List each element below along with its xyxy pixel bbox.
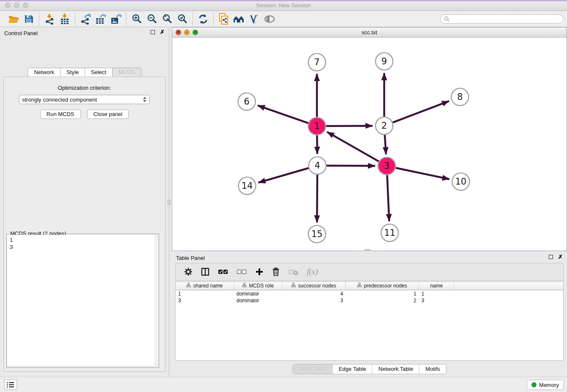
tab-node-table[interactable]: Node Table — [293, 364, 333, 374]
control-tab-mcds[interactable]: MCDS — [112, 68, 141, 77]
add-column-icon[interactable] — [255, 268, 264, 276]
tab-network-table[interactable]: Network Table — [372, 364, 419, 374]
edge-3-11[interactable] — [387, 175, 389, 221]
import-table-icon[interactable] — [57, 13, 72, 25]
edge-2-8[interactable] — [393, 101, 449, 123]
show-hide-icon[interactable] — [262, 13, 277, 25]
hierarchy-icon — [242, 283, 247, 289]
birds-eye-view-icon[interactable] — [231, 13, 247, 25]
table-cell[interactable]: 4 — [282, 290, 346, 297]
export-network-icon[interactable] — [78, 13, 93, 25]
graph-node-label: 15 — [311, 229, 323, 239]
select-chevrons-icon — [143, 97, 147, 102]
column-header-predecessor-nodes[interactable]: predecessor nodes — [346, 282, 419, 290]
edge-4-15[interactable] — [317, 174, 317, 222]
table-float-icon[interactable] — [549, 255, 553, 259]
graph-node-label: 6 — [244, 97, 249, 107]
column-label: predecessor nodes — [364, 283, 407, 289]
zoom-selected-icon[interactable] — [175, 13, 190, 25]
table-cell[interactable]: 3 — [282, 297, 346, 304]
table-cell[interactable]: 3 — [419, 297, 454, 304]
show-columns-icon[interactable] — [201, 268, 209, 276]
table-row[interactable]: 1dominator411 — [176, 290, 563, 297]
column-header-shared-name[interactable]: shared name — [176, 282, 234, 290]
search-input[interactable] — [440, 14, 564, 24]
graph-node-label: 3 — [384, 161, 389, 171]
column-header-name[interactable]: name — [419, 282, 454, 290]
table-cell[interactable]: 1 — [419, 290, 454, 297]
table-cell[interactable]: dominator — [234, 297, 282, 304]
control-panel-title: Control Panel — [4, 30, 38, 36]
hierarchy-icon — [357, 283, 362, 289]
table-cell[interactable]: dominator — [234, 290, 282, 297]
float-panel-icon[interactable] — [151, 30, 155, 34]
clone-network-icon[interactable] — [216, 13, 231, 25]
zoom-out-icon[interactable] — [144, 13, 160, 25]
table-close-icon[interactable]: ✗ — [558, 255, 563, 259]
mcds-result-scrollbar[interactable] — [154, 235, 158, 366]
table-cell[interactable]: 2 — [346, 297, 419, 304]
search-icon — [444, 16, 450, 22]
delete-column-icon[interactable] — [272, 268, 280, 276]
edge-4-3[interactable] — [326, 166, 375, 166]
close-panel-button[interactable]: Close panel — [87, 110, 129, 119]
import-network-icon[interactable] — [42, 13, 57, 25]
mcds-result-item[interactable]: 3 — [10, 243, 154, 251]
network-graph[interactable]: 1234678910111415 — [172, 38, 567, 251]
graph-node-label: 11 — [384, 228, 396, 238]
column-header-successor-nodes[interactable]: successor nodes — [282, 282, 346, 290]
column-header-MCDS-role[interactable]: MCDS role — [234, 282, 282, 290]
hierarchy-icon — [291, 283, 296, 289]
mcds-tab-content: Optimization criterion: strongly connect… — [3, 77, 165, 372]
graphics-details-icon[interactable] — [247, 13, 262, 25]
control-tab-style[interactable]: Style — [60, 68, 85, 77]
edge-3-10[interactable] — [396, 168, 449, 179]
zoom-fit-icon[interactable] — [160, 13, 175, 25]
edge-3-1[interactable] — [327, 132, 379, 162]
graph-node-label: 2 — [381, 121, 387, 131]
edge-1-2[interactable] — [326, 126, 372, 126]
save-session-icon[interactable] — [21, 13, 36, 25]
task-history-button[interactable] — [4, 380, 17, 390]
zoom-in-icon[interactable] — [129, 13, 144, 25]
select-all-icon[interactable] — [218, 269, 228, 275]
graph-node-label: 4 — [314, 160, 320, 171]
mcds-result-list[interactable]: 13 — [7, 235, 154, 366]
network-canvas[interactable]: 1234678910111415 — [172, 38, 567, 251]
column-label: name — [430, 283, 443, 289]
column-header-filler — [454, 282, 563, 290]
table-cell[interactable]: 1 — [346, 290, 419, 297]
tab-edge-table[interactable]: Edge Table — [332, 364, 372, 374]
export-image-icon[interactable] — [108, 13, 124, 25]
edge-4-14[interactable] — [258, 168, 308, 182]
export-table-icon[interactable] — [93, 13, 108, 25]
tab-motifs[interactable]: Motifs — [419, 364, 446, 374]
delete-table-icon[interactable] — [288, 268, 298, 276]
close-panel-icon[interactable]: ✗ — [160, 30, 165, 34]
optimization-criterion-label: Optimization criterion: — [4, 85, 165, 91]
function-builder-icon[interactable]: f(x) — [307, 267, 318, 276]
table-cell[interactable]: 1 — [176, 290, 234, 297]
edge-1-6[interactable] — [258, 105, 308, 123]
table-settings-gear-icon[interactable] — [184, 268, 193, 276]
network-window-titlebar[interactable]: ✕ − + scc.txt — [172, 28, 567, 38]
optimization-criterion-select[interactable]: strongly connected component — [19, 95, 150, 104]
deselect-all-icon[interactable] — [237, 269, 247, 275]
memory-button[interactable]: Memory — [527, 380, 564, 390]
main-toolbar — [0, 11, 567, 27]
network-resize-handle[interactable] — [365, 249, 371, 251]
table-row[interactable]: 3dominator323 — [176, 297, 563, 304]
open-session-icon[interactable] — [6, 13, 21, 25]
control-tab-network[interactable]: Network — [28, 68, 61, 77]
memory-label: Memory — [539, 382, 559, 388]
memory-status-icon — [531, 382, 537, 387]
edge-2-3[interactable] — [385, 135, 386, 154]
control-tab-select[interactable]: Select — [85, 68, 113, 77]
table-cell[interactable]: 3 — [176, 297, 234, 304]
panel-splitter-handle[interactable] — [168, 200, 171, 205]
apply-layout-icon[interactable] — [195, 13, 211, 25]
mcds-result-item[interactable]: 1 — [10, 236, 154, 243]
window-titlebar: Session: New Session — [0, 0, 567, 11]
run-mcds-button[interactable]: Run MCDS — [40, 110, 81, 119]
node-table[interactable]: shared nameMCDS rolesuccessor nodesprede… — [175, 282, 564, 361]
